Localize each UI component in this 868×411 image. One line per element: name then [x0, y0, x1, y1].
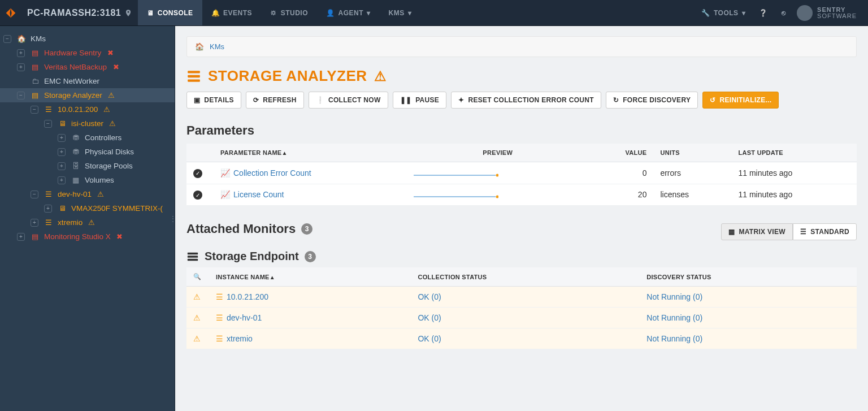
host-text: PC-RAMASSH2:3181 [27, 8, 121, 18]
tools-menu[interactable]: 🔧 TOOLS ▾ [696, 0, 751, 26]
storage-icon: ☰ [44, 190, 53, 198]
expand-icon[interactable]: + [44, 205, 52, 213]
tab-studio[interactable]: ⛭ STUDIO [261, 0, 317, 25]
instance-link[interactable]: dev-hv-01 [227, 313, 262, 322]
tree-endpoint-xtremio[interactable]: + ☰ xtremio ⚠ [0, 215, 175, 230]
col-preview[interactable]: PREVIEW [407, 144, 589, 162]
tree-root-kms[interactable]: − 🏠 KMs [0, 32, 175, 46]
tree-volumes[interactable]: + ▦ Volumes [0, 173, 175, 187]
top-nav: PC-RAMASSH2:3181 🖥 CONSOLE 🔔 EVENTS ⛭ ST… [0, 0, 868, 26]
expand-icon[interactable]: + [31, 219, 38, 227]
tree-emc-networker[interactable]: 🗀 EMC NetWorker [0, 74, 175, 88]
expand-icon[interactable]: + [58, 162, 66, 170]
attached-monitors-header: Attached Monitors 3 ▦MATRIX VIEW ☰STANDA… [186, 222, 857, 242]
col-collection-status[interactable]: COLLECTION STATUS [411, 267, 640, 287]
reset-errors-button[interactable]: ✦RESET COLLECTION ERROR COUNT [451, 92, 601, 109]
expand-icon[interactable]: + [58, 148, 66, 156]
tab-agent[interactable]: 👤 AGENT ▾ [317, 0, 380, 25]
col-discovery-status[interactable]: DISCOVERY STATUS [640, 267, 857, 287]
pause-button[interactable]: ❚❚PAUSE [393, 92, 447, 109]
standard-view-button[interactable]: ☰STANDARD [793, 223, 857, 240]
expand-icon[interactable]: + [17, 63, 25, 71]
tree-storage-pools[interactable]: + 🗄 Storage Pools [0, 159, 175, 173]
col-instance-name[interactable]: INSTANCE NAME▲ [209, 267, 411, 287]
tree-vmax[interactable]: + 🖥 VMAX250F SYMMETRIX-( [0, 201, 175, 215]
reinitialize-button[interactable]: ↺REINITIALIZE... [702, 92, 779, 109]
tree-controllers[interactable]: + ⛃ Controllers [0, 131, 175, 145]
svg-rect-2 [188, 79, 200, 81]
location-icon [124, 9, 132, 17]
agent-icon: 👤 [326, 9, 335, 17]
expand-icon[interactable]: + [58, 176, 66, 184]
alert-icon: ❕ [316, 96, 324, 104]
sort-asc-icon: ▲ [270, 274, 275, 280]
instance-link[interactable]: xtremio [227, 334, 253, 343]
tab-kms-label: KMs [388, 9, 404, 17]
warning-icon: ⚠ [108, 119, 117, 128]
tab-events[interactable]: 🔔 EVENTS [202, 0, 262, 25]
tree-endpoint-devhv[interactable]: − ☰ dev-hv-01 ⚠ [0, 187, 175, 201]
expand-icon[interactable]: + [58, 134, 66, 142]
tab-console[interactable]: 🖥 CONSOLE [138, 0, 202, 25]
param-value: 20 [589, 184, 654, 206]
col-last-update[interactable]: LAST UPDATE [731, 144, 857, 162]
home-icon: 🏠 [17, 34, 26, 43]
breadcrumb: 🏠 KMs [186, 36, 857, 57]
col-label: INSTANCE NAME [216, 274, 270, 280]
btn-label: STANDARD [810, 228, 849, 236]
tree-label: xtremio [58, 218, 83, 227]
tools-label: TOOLS [714, 9, 739, 17]
collect-now-button[interactable]: ❕COLLECT NOW [309, 92, 388, 109]
logout-button[interactable]: ⎋ [776, 0, 792, 26]
tree-label: Veritas NetBackup [44, 63, 107, 71]
home-icon[interactable]: 🏠 [195, 42, 204, 51]
tree-veritas-netbackup[interactable]: + ▤ Veritas NetBackup ✖ [0, 60, 175, 74]
collection-status[interactable]: OK (0) [418, 334, 441, 343]
warning-icon: ⚠ [87, 218, 96, 227]
col-value[interactable]: VALUE [589, 144, 654, 162]
search-icon[interactable]: 🔍 [193, 273, 201, 280]
undo-icon: ↺ [710, 96, 715, 104]
collection-status[interactable]: OK (0) [418, 292, 441, 301]
warning-icon: ⚠ [374, 68, 387, 84]
logout-icon: ⎋ [782, 9, 786, 17]
tree-monitoring-studio[interactable]: + ▤ Monitoring Studio X ✖ [0, 230, 175, 244]
col-parameter-name[interactable]: PARAMETER NAME▲ [214, 144, 407, 162]
tree-endpoint-ip[interactable]: − ☰ 10.0.21.200 ⚠ [0, 102, 175, 116]
param-link[interactable]: License Count [233, 190, 284, 199]
details-button[interactable]: ▣DETAILS [186, 92, 241, 109]
sparkline [414, 168, 498, 178]
tab-events-label: EVENTS [223, 9, 252, 17]
chart-icon: 📈 [220, 168, 230, 178]
tree-storage-analyzer[interactable]: − ▤ Storage Analyzer ⚠ [0, 88, 175, 102]
svg-rect-7 [188, 252, 198, 254]
collapse-icon[interactable]: − [3, 35, 11, 43]
col-units[interactable]: UNITS [653, 144, 731, 162]
expand-icon[interactable]: + [17, 49, 25, 57]
breadcrumb-kms[interactable]: KMs [210, 42, 224, 51]
collection-status[interactable]: OK (0) [418, 313, 441, 322]
refresh-button[interactable]: ⟳REFRESH [246, 92, 304, 109]
collapse-icon[interactable]: − [31, 106, 38, 114]
help-button[interactable]: ❔ [753, 0, 774, 26]
collapse-icon[interactable]: − [31, 191, 38, 198]
discovery-status[interactable]: Not Running (0) [646, 334, 702, 343]
collapse-icon[interactable]: − [17, 92, 25, 99]
tree-physical-disks[interactable]: + ⛃ Physical Disks [0, 145, 175, 159]
discovery-status[interactable]: Not Running (0) [646, 292, 702, 301]
table-row: ⚠ ☰10.0.21.200 OK (0) Not Running (0) [186, 287, 857, 308]
action-buttons: ▣DETAILS ⟳REFRESH ❕COLLECT NOW ❚❚PAUSE ✦… [186, 92, 857, 109]
instance-link[interactable]: 10.0.21.200 [227, 292, 268, 301]
collapse-icon[interactable]: − [44, 120, 52, 128]
force-discovery-button[interactable]: ↻FORCE DISCOVERY [606, 92, 698, 109]
reset-icon: ✦ [458, 96, 464, 104]
param-link[interactable]: Collection Error Count [233, 168, 311, 178]
expand-icon[interactable]: + [17, 233, 25, 241]
logo-circle [797, 5, 813, 21]
tab-kms[interactable]: KMs ▾ [379, 0, 420, 25]
tree-isi-cluster[interactable]: − 🖥 isi-cluster ⚠ [0, 116, 175, 131]
tree-hardware-sentry[interactable]: + ▤ Hardware Sentry ✖ [0, 46, 175, 60]
matrix-view-button[interactable]: ▦MATRIX VIEW [721, 223, 793, 240]
discovery-status[interactable]: Not Running (0) [646, 313, 702, 322]
tree-label: EMC NetWorker [44, 77, 99, 85]
